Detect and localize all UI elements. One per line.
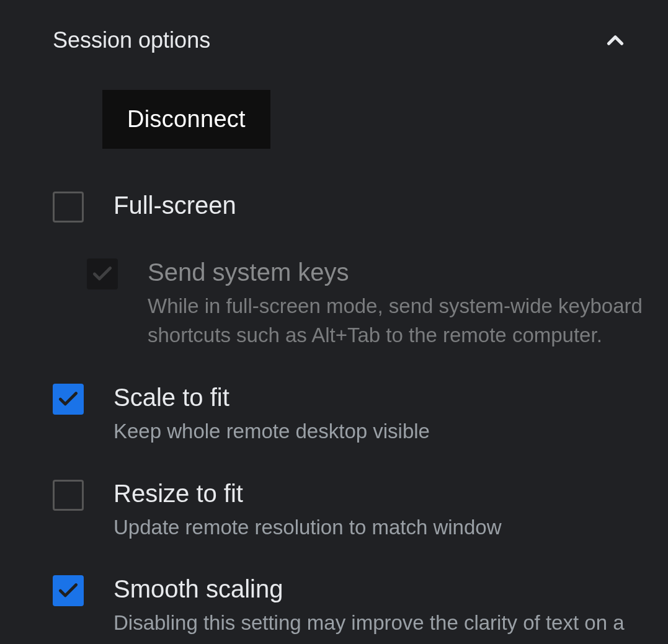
send-system-keys-label: Send system keys	[148, 256, 643, 288]
scale-to-fit-description: Keep whole remote desktop visible	[114, 417, 643, 446]
send-system-keys-option: Send system keys While in full-screen mo…	[0, 256, 668, 350]
fullscreen-label: Full-screen	[114, 189, 643, 221]
send-system-keys-description: While in full-screen mode, send system-w…	[148, 292, 643, 350]
send-system-keys-text: Send system keys While in full-screen mo…	[148, 256, 643, 350]
section-title: Session options	[53, 27, 210, 53]
scale-to-fit-text: Scale to fit Keep whole remote desktop v…	[114, 381, 643, 446]
smooth-scaling-label: Smooth scaling	[114, 573, 643, 605]
fullscreen-checkbox[interactable]	[53, 192, 84, 223]
resize-to-fit-text: Resize to fit Update remote resolution t…	[114, 477, 643, 542]
resize-to-fit-description: Update remote resolution to match window	[114, 513, 643, 542]
send-system-keys-checkbox	[87, 258, 118, 289]
fullscreen-option: Full-screen	[0, 189, 668, 225]
resize-to-fit-option: Resize to fit Update remote resolution t…	[0, 477, 668, 542]
smooth-scaling-option: Smooth scaling Disabling this setting ma…	[0, 573, 668, 644]
smooth-scaling-checkbox[interactable]	[53, 575, 84, 606]
resize-to-fit-checkbox[interactable]	[53, 480, 84, 511]
smooth-scaling-description: Disabling this setting may improve the c…	[114, 609, 643, 644]
section-header: Session options	[0, 25, 668, 56]
scale-to-fit-option: Scale to fit Keep whole remote desktop v…	[0, 381, 668, 446]
resize-to-fit-label: Resize to fit	[114, 477, 643, 509]
scale-to-fit-checkbox[interactable]	[53, 384, 84, 415]
chevron-up-icon[interactable]	[600, 25, 631, 56]
disconnect-button[interactable]: Disconnect	[102, 90, 270, 149]
smooth-scaling-text: Smooth scaling Disabling this setting ma…	[114, 573, 643, 644]
fullscreen-text: Full-screen	[114, 189, 643, 225]
scale-to-fit-label: Scale to fit	[114, 381, 643, 413]
